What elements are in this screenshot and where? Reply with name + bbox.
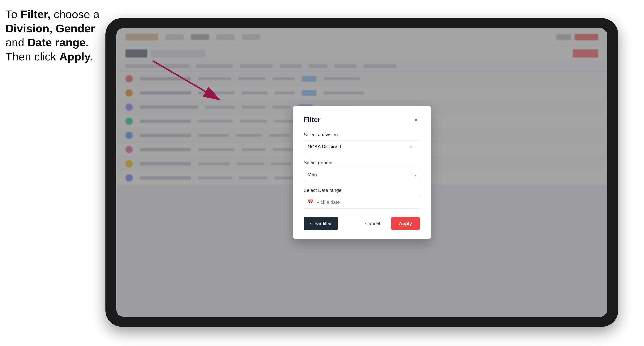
date-range-input[interactable] xyxy=(304,196,420,209)
division-select[interactable]: NCAA Division I NCAA Division II NCAA Di… xyxy=(304,140,420,153)
cancel-button[interactable]: Cancel xyxy=(359,217,386,230)
instruction-line4: Then click Apply. xyxy=(6,50,93,63)
instruction-line3: and Date range. xyxy=(6,36,89,49)
apply-button[interactable]: Apply xyxy=(391,217,420,230)
division-label: Select a division xyxy=(304,132,420,138)
modal-header: Filter × xyxy=(304,116,420,124)
division-clear-icon[interactable]: × xyxy=(410,144,412,150)
gender-label: Select gender xyxy=(304,160,420,165)
modal-footer-right: Cancel Apply xyxy=(359,217,420,230)
clear-filter-button[interactable]: Clear filter xyxy=(304,217,338,230)
modal-title: Filter xyxy=(304,116,320,124)
modal-footer: Clear filter Cancel Apply xyxy=(304,217,420,230)
modal-close-button[interactable]: × xyxy=(412,116,420,124)
tablet-frame: Filter × Select a division NCAA Division… xyxy=(106,18,618,327)
filter-modal: Filter × Select a division NCAA Division… xyxy=(293,106,431,239)
date-input-wrapper: 📅 xyxy=(304,196,420,209)
gender-form-group: Select gender Men Women × ⌄ xyxy=(304,160,420,181)
date-range-label: Select Date range xyxy=(304,187,420,193)
modal-overlay: Filter × Select a division NCAA Division… xyxy=(116,28,607,317)
gender-clear-icon[interactable]: × xyxy=(410,172,412,177)
instruction-text: To Filter, choose a Division, Gender and… xyxy=(6,7,107,64)
gender-select-wrapper: Men Women × ⌄ xyxy=(304,168,420,181)
instruction-line2: Division, Gender xyxy=(6,22,95,35)
division-select-wrapper: NCAA Division I NCAA Division II NCAA Di… xyxy=(304,140,420,153)
gender-select[interactable]: Men Women xyxy=(304,168,420,181)
division-form-group: Select a division NCAA Division I NCAA D… xyxy=(304,132,420,153)
date-form-group: Select Date range 📅 xyxy=(304,187,420,209)
tablet-screen: Filter × Select a division NCAA Division… xyxy=(116,28,607,317)
instruction-line1: To Filter, choose a xyxy=(6,8,100,20)
